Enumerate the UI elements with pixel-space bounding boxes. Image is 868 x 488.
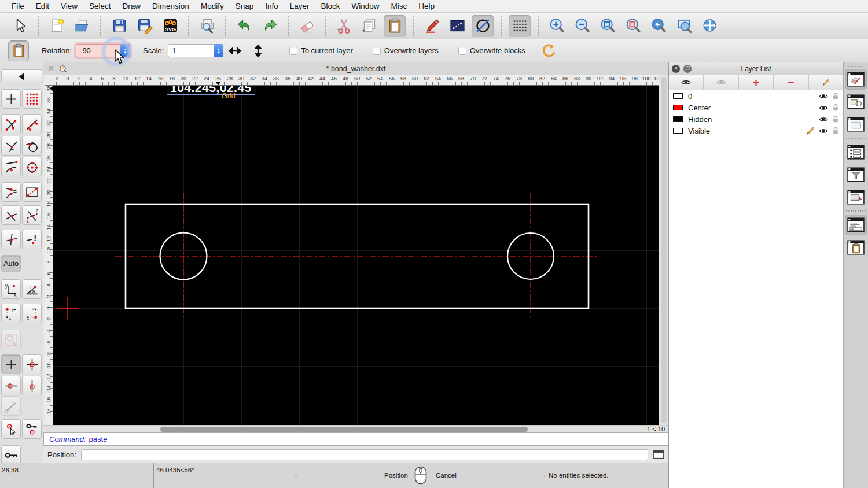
snap-tangent-button[interactable] xyxy=(22,136,42,156)
snap-auto-button[interactable] xyxy=(22,182,42,202)
clipboard-dock-button[interactable] xyxy=(845,237,867,258)
menu-help[interactable]: Help xyxy=(413,2,440,10)
snap-intersection-button[interactable] xyxy=(1,205,21,225)
layer-lock-icon[interactable] xyxy=(832,103,839,112)
command-line-dock-button[interactable] xyxy=(845,215,867,235)
menu-layer[interactable]: Layer xyxy=(284,2,315,10)
hide-all-layers-button[interactable] xyxy=(704,75,738,90)
print-preview-button[interactable] xyxy=(196,15,218,37)
layer-row-hidden[interactable]: Hidden xyxy=(669,113,843,125)
layer-lock-icon[interactable] xyxy=(832,115,839,123)
unlock-relative-zero-button[interactable] xyxy=(1,445,21,465)
layer-visibility-icon[interactable] xyxy=(819,93,828,100)
snap-free-button[interactable] xyxy=(1,89,21,109)
layer-lock-icon[interactable] xyxy=(832,92,839,100)
layer-lock-icon[interactable] xyxy=(832,127,839,135)
save-as-button[interactable] xyxy=(134,15,156,37)
coordinate-polar-button[interactable]: ra xyxy=(22,279,42,299)
snap-center-button[interactable] xyxy=(22,157,42,176)
undo-button[interactable] xyxy=(233,15,255,37)
vertical-scrollbar[interactable] xyxy=(659,75,668,425)
coordinate-cartesian-button[interactable]: yx xyxy=(1,279,21,299)
layer-color-swatch[interactable] xyxy=(673,116,683,122)
zoom-out-button[interactable] xyxy=(571,15,593,37)
copy-button[interactable] xyxy=(358,15,380,37)
show-all-layers-button[interactable] xyxy=(669,75,704,90)
restrict-horizontal-button[interactable] xyxy=(1,376,21,395)
menu-view[interactable]: View xyxy=(55,2,83,10)
measure-distance-button[interactable] xyxy=(446,15,468,37)
redo-button[interactable] xyxy=(259,15,281,37)
flip-horizontal-button[interactable] xyxy=(226,42,244,60)
layer-row-0[interactable]: 0 xyxy=(669,90,843,102)
back-button[interactable] xyxy=(1,69,42,83)
menu-snap[interactable]: Snap xyxy=(230,2,260,10)
snap-relative-cursor-button[interactable] xyxy=(1,419,21,439)
layer-visibility-icon[interactable] xyxy=(819,127,828,135)
menu-dimension[interactable]: Dimension xyxy=(146,2,195,10)
layer-visibility-icon[interactable] xyxy=(819,116,828,123)
paste-button[interactable] xyxy=(384,15,406,37)
select-arrow-button[interactable] xyxy=(9,15,31,37)
undo-cascade-button[interactable] xyxy=(540,42,558,60)
snap-distance-button[interactable] xyxy=(1,157,21,176)
layer-list-close-icon[interactable]: ✕ xyxy=(672,65,680,73)
zoom-window-button[interactable] xyxy=(673,15,695,37)
paste-tool-button[interactable] xyxy=(8,40,29,61)
auto-snap-button[interactable]: Auto xyxy=(1,255,21,272)
layer-visibility-icon[interactable] xyxy=(819,104,828,112)
angle-indicator-button[interactable] xyxy=(1,396,21,416)
block-list-dock-button[interactable] xyxy=(845,91,867,112)
pen-button[interactable] xyxy=(421,15,443,37)
zoom-previous-button[interactable] xyxy=(648,15,670,37)
restrict-orthogonal-button[interactable] xyxy=(1,230,21,249)
relative-zero-free-button[interactable] xyxy=(1,354,21,374)
save-button[interactable] xyxy=(108,15,130,37)
menu-draw[interactable]: Draw xyxy=(117,2,147,10)
command-line-widget[interactable]: Command: paste xyxy=(43,432,668,446)
entity-tree-dock-button[interactable] xyxy=(845,142,867,162)
menu-file[interactable]: File xyxy=(6,2,30,10)
snap-grid-button[interactable] xyxy=(22,89,42,109)
scale-input[interactable]: 1 ▲▼ xyxy=(168,44,223,57)
rotation-input[interactable]: -90 ▲▼ xyxy=(76,44,130,57)
export-svg-button[interactable]: SVG xyxy=(159,15,181,37)
vertical-scrollbar-thumb[interactable] xyxy=(661,77,667,423)
menu-select[interactable]: Select xyxy=(83,2,117,10)
remove-layer-button[interactable]: − xyxy=(774,75,808,90)
layer-list-dock-button[interactable] xyxy=(845,69,867,90)
drawing-canvas[interactable]: 104.245,02.45 Grid xyxy=(53,86,659,425)
layer-color-swatch[interactable] xyxy=(673,105,683,110)
restrict-vertical-button[interactable] xyxy=(22,376,42,395)
snap-perpendicular-button[interactable] xyxy=(1,136,21,156)
add-layer-button[interactable]: + xyxy=(739,75,774,90)
menu-window[interactable]: Window xyxy=(346,2,385,10)
scale-stepper[interactable]: ▲▼ xyxy=(214,44,223,57)
zoom-auto-button[interactable] xyxy=(597,15,619,37)
layer-row-center[interactable]: Center xyxy=(669,102,843,113)
snap-middle-button[interactable] xyxy=(1,182,21,202)
menu-edit[interactable]: Edit xyxy=(30,2,55,10)
dock-grip-handle[interactable] xyxy=(848,66,863,67)
highlight-entity-button[interactable] xyxy=(1,330,21,349)
grip-order-12-button[interactable]: 12 xyxy=(1,304,21,323)
checkbox-box[interactable] xyxy=(458,47,466,55)
open-file-button[interactable] xyxy=(71,15,93,37)
menu-modify[interactable]: Modify xyxy=(195,2,230,10)
restrict-nothing-button[interactable]: ! xyxy=(22,230,42,249)
new-document-button[interactable] xyxy=(46,15,68,37)
grip-order-21-button[interactable]: 12 xyxy=(22,304,42,323)
flip-vertical-button[interactable] xyxy=(249,42,267,60)
detach-command-button[interactable] xyxy=(653,450,664,459)
zoom-in-button[interactable] xyxy=(546,15,568,37)
checkbox-box[interactable] xyxy=(373,47,381,55)
checkbox-overwrite-layers[interactable]: Overwrite layers xyxy=(373,46,439,55)
grid-toggle-button[interactable] xyxy=(509,15,531,37)
selection-filter-dock-button[interactable] xyxy=(845,164,867,185)
zoom-selected-button[interactable] xyxy=(622,15,644,37)
snap-intersection-manual-button[interactable]: 12 xyxy=(22,205,42,225)
horizontal-scrollbar-thumb[interactable] xyxy=(160,427,528,432)
menu-info[interactable]: Info xyxy=(259,2,284,10)
menu-block[interactable]: Block xyxy=(315,2,346,10)
edit-layer-button[interactable] xyxy=(809,75,843,90)
